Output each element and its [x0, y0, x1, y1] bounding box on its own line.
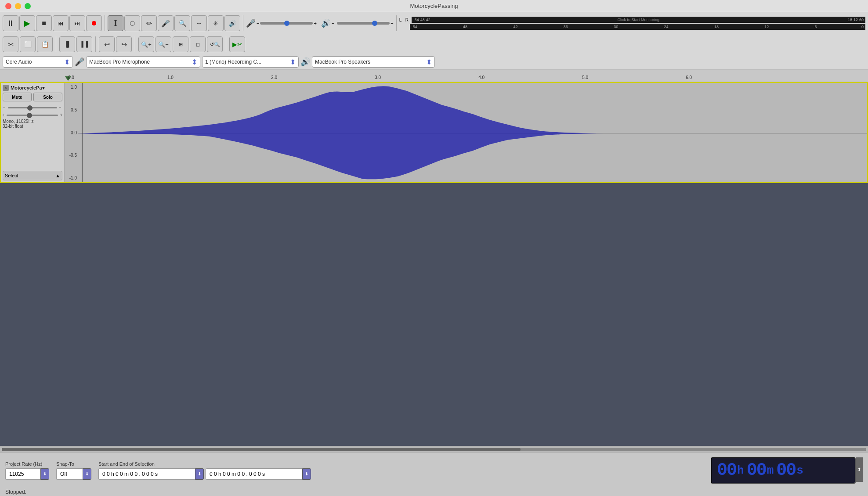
paste-button[interactable]: 📋	[37, 36, 53, 52]
main-content: × MotorcyclePa▾ Mute Solo − + L	[0, 82, 868, 452]
skip-back-button[interactable]: ⏮	[53, 15, 69, 31]
time2-container: 0 0 h 0 0 m 0 0 . 0 0 0 s ⬍	[206, 468, 311, 480]
trim1-button[interactable]: ▐▌	[59, 36, 75, 52]
undo-button[interactable]: ↩	[99, 36, 115, 52]
zoom-reset-button[interactable]: ↺🔍	[207, 36, 223, 52]
select-tool-button[interactable]: I	[108, 15, 123, 31]
speaker-select[interactable]: MacBook Pro Speakers ⬍	[312, 56, 435, 68]
track-header-top: × MotorcyclePa▾	[3, 85, 62, 91]
pause-button[interactable]: ⏸	[3, 15, 18, 31]
channels-arrow: ⬍	[290, 58, 296, 66]
track-header: × MotorcyclePa▾ Mute Solo − + L	[1, 83, 65, 182]
track-info: Mono, 11025Hz 32-bit float	[3, 119, 62, 129]
mic-tool-button[interactable]: 🎤	[158, 15, 174, 31]
envelope-tool-button[interactable]: ✳	[208, 15, 224, 31]
vu-scale-18: -18	[846, 18, 852, 22]
separator-7	[226, 36, 226, 52]
rate-dropdown-button[interactable]: ⬍	[40, 468, 49, 480]
track-controls: Mute Solo	[3, 93, 62, 101]
time1-value: 0 0 h 0 0 m 0 0 . 0 0 0 s	[102, 471, 158, 477]
output-gain-thumb[interactable]	[372, 21, 377, 26]
scrollbar-thumb[interactable]	[2, 448, 521, 451]
ruler-mark-5: 5.0	[582, 75, 588, 80]
rate-value[interactable]: 11025	[5, 468, 40, 480]
time2-dropdown-button[interactable]: ⬍	[302, 468, 311, 480]
pan-r-label: R	[60, 113, 63, 117]
pan-slider[interactable]	[7, 115, 58, 116]
separator-1	[105, 15, 105, 31]
gain-slider[interactable]	[8, 107, 57, 108]
minimize-button[interactable]	[15, 3, 21, 9]
y-label-0: 0.0	[65, 130, 77, 135]
track-container: × MotorcyclePa▾ Mute Solo − + L	[0, 82, 868, 183]
output-gain-slider[interactable]	[337, 22, 390, 25]
ruler-mark-2: 2.0	[271, 75, 277, 80]
gain-slider-row: − +	[3, 103, 62, 112]
window-controls	[5, 3, 31, 9]
time1-display[interactable]: 0 0 h 0 0 m 0 0 . 0 0 0 s	[98, 468, 195, 480]
monitor-button[interactable]: Click to Start Monitoring	[430, 18, 846, 22]
mute-button[interactable]: Mute	[3, 93, 32, 101]
ruler-mark-3: 3.0	[375, 75, 381, 80]
play-cut-button[interactable]: ▶✂	[229, 36, 245, 52]
copy-button[interactable]: ⬜	[20, 36, 36, 52]
waveform-svg[interactable]: // Will be rendered as static SVG path	[78, 83, 867, 182]
time-hours: 00	[717, 460, 736, 480]
track-select-button[interactable]: Select ▲	[3, 171, 62, 180]
separator-5	[95, 36, 96, 52]
scrollbar-track[interactable]	[2, 448, 866, 451]
status-bottom-bar: Stopped.	[0, 488, 868, 496]
vu-meter-top: -54 -48 -42 Click to Start Monitoring -1…	[412, 17, 865, 23]
maximize-button[interactable]	[25, 3, 31, 9]
draw-tool-button[interactable]: ✏	[141, 15, 157, 31]
track-close-button[interactable]: ×	[3, 85, 9, 91]
speaker-tool-button[interactable]: 🔊	[224, 15, 240, 31]
horizontal-scrollbar[interactable]	[0, 446, 868, 452]
mic-gain-slider[interactable]	[260, 22, 313, 25]
cut-button[interactable]: ✂	[3, 36, 18, 52]
vu2-scale-30: -30	[612, 25, 618, 29]
gain-max-label: +	[59, 105, 62, 110]
big-time-dropdown-button[interactable]: ⬍	[856, 457, 863, 482]
snap-to-value[interactable]: Off	[56, 468, 83, 480]
zoom-sel-button[interactable]: ◻	[190, 36, 206, 52]
stop-button[interactable]: ■	[36, 15, 52, 31]
vu-scale-6: -6	[858, 18, 861, 22]
mic-label: MacBook Pro Microphone	[89, 59, 150, 65]
time1-container: 0 0 h 0 0 m 0 0 . 0 0 0 s ⬍	[98, 468, 204, 480]
close-button[interactable]	[5, 3, 11, 9]
record-button[interactable]: ⏺	[86, 15, 102, 31]
vu2-scale-54: -54	[412, 25, 417, 29]
move-tool-button[interactable]: ↔	[191, 15, 207, 31]
multi-tool-button[interactable]: ⬡	[124, 15, 140, 31]
audio-host-label: Core Audio	[6, 59, 32, 65]
pan-thumb[interactable]	[27, 113, 32, 118]
solo-button[interactable]: Solo	[33, 93, 62, 101]
skip-forward-button[interactable]: ⏭	[69, 15, 85, 31]
channels-select[interactable]: 1 (Mono) Recording C... ⬍	[202, 56, 299, 68]
zoom-fit-button[interactable]: ⊞	[173, 36, 188, 52]
separator-4	[56, 36, 56, 52]
mic-select[interactable]: MacBook Pro Microphone ⬍	[86, 56, 200, 68]
mic-gain-thumb[interactable]	[284, 21, 289, 26]
zoom-in-button[interactable]: 🔍+	[138, 36, 154, 52]
time1-dropdown-button[interactable]: ⬍	[195, 468, 204, 480]
track-waveform[interactable]: 1.0 0.5 0.0 -0.5 -1.0 // Will be rendere…	[65, 83, 867, 182]
output-min-label: −	[332, 21, 334, 26]
play-button[interactable]: ▶	[19, 15, 35, 31]
gain-thumb[interactable]	[27, 105, 33, 111]
gain-min-label: −	[3, 105, 6, 110]
trim2-button[interactable]: ▌▐	[76, 36, 92, 52]
redo-button[interactable]: ↪	[116, 36, 132, 52]
zoom-out-button[interactable]: 🔍−	[156, 36, 171, 52]
time-s-unit: s	[796, 464, 803, 477]
snap-to-dropdown-button[interactable]: ⬍	[83, 468, 91, 480]
vu-scale-48: -48	[419, 18, 425, 22]
time2-display[interactable]: 0 0 h 0 0 m 0 0 . 0 0 0 s	[206, 468, 302, 480]
mic-icon: 🎤	[246, 18, 256, 28]
vu-meter-bottom: -54 -48 -42 -36 -30 -24 -18 -12 -6 0	[410, 24, 865, 30]
zoom-tool-button[interactable]: 🔍	[174, 15, 190, 31]
audio-host-select[interactable]: Core Audio ⬍	[3, 56, 73, 68]
speaker-arrow: ⬍	[426, 58, 432, 66]
time2-value: 0 0 h 0 0 m 0 0 . 0 0 0 s	[210, 471, 265, 477]
